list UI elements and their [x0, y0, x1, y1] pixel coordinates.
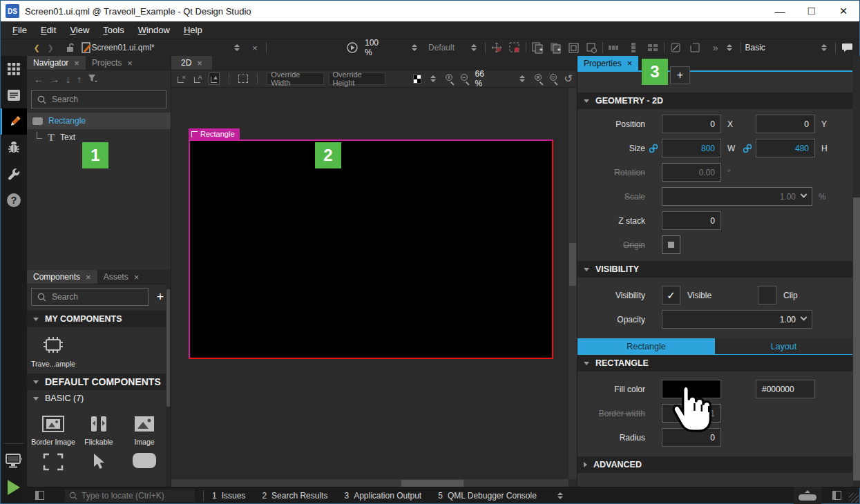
- no-snapping-icon[interactable]: ×: [175, 72, 187, 85]
- show-bounds-icon[interactable]: [238, 75, 248, 83]
- component-mouse-area[interactable]: [77, 450, 121, 474]
- reset-view-icon[interactable]: ↺: [564, 72, 573, 85]
- design-mode-button[interactable]: [1, 108, 27, 135]
- locator-input[interactable]: Type to locate (Ctrl+K): [65, 490, 195, 502]
- file-selector-spinner[interactable]: [230, 41, 244, 55]
- move-anchor-icon[interactable]: [490, 41, 504, 55]
- tab-2d[interactable]: 2D ×: [171, 56, 212, 70]
- current-file-name[interactable]: Screen01.ui.qml*: [97, 41, 149, 55]
- help-mode-button[interactable]: ?: [1, 187, 27, 213]
- subtab-rectangle[interactable]: Rectangle: [577, 338, 715, 354]
- grid-layout-icon[interactable]: [646, 41, 660, 55]
- tab-navigator[interactable]: Navigator ×: [27, 56, 86, 70]
- move-up-icon[interactable]: ↑: [77, 74, 82, 85]
- build-progress-icon[interactable]: [794, 487, 821, 504]
- zoom-fit-icon[interactable]: ⁘: [549, 73, 560, 84]
- section-my-components[interactable]: MY COMPONENTS: [27, 311, 171, 327]
- tab-properties[interactable]: Properties ×: [577, 56, 638, 70]
- maximize-button[interactable]: □: [796, 1, 828, 21]
- menu-view[interactable]: View: [64, 22, 95, 38]
- section-advanced[interactable]: ADVANCED: [577, 456, 852, 473]
- section-visibility[interactable]: VISIBILITY: [577, 261, 852, 278]
- output-pane-spinner[interactable]: [553, 489, 567, 503]
- zstack-input[interactable]: 0: [662, 211, 721, 230]
- annotation-edit-icon[interactable]: [669, 41, 682, 55]
- canvas-zoom-spinner[interactable]: [515, 72, 529, 86]
- rotation-input[interactable]: 0.00: [662, 163, 721, 182]
- menu-help[interactable]: Help: [178, 22, 209, 38]
- properties-scrollbar[interactable]: [852, 56, 860, 488]
- output-pane-qml-debugger[interactable]: 5QML Debugger Console: [438, 491, 537, 501]
- canvas-vscrollbar[interactable]: [568, 88, 577, 479]
- override-height-input[interactable]: Override Height: [329, 72, 385, 85]
- edit-mode-button[interactable]: [1, 82, 27, 108]
- visible-checkbox[interactable]: ✓: [662, 286, 680, 304]
- create-component-icon[interactable]: ★: [531, 41, 544, 55]
- forward-icon[interactable]: ❯: [44, 41, 57, 55]
- export-icon[interactable]: [688, 41, 702, 55]
- toggle-left-sidebar-icon[interactable]: [35, 491, 44, 500]
- size-w-input[interactable]: 800: [662, 139, 721, 157]
- row-layout-icon[interactable]: [607, 41, 621, 55]
- lock-icon[interactable]: [63, 41, 77, 55]
- close-tab-icon[interactable]: ×: [74, 58, 79, 68]
- selection-rect-icon[interactable]: [508, 41, 522, 55]
- output-pane-issues[interactable]: 1Issues: [212, 491, 245, 501]
- run-preview-icon[interactable]: [345, 41, 359, 55]
- close-tab-icon[interactable]: ×: [197, 58, 202, 68]
- selected-item-tag[interactable]: Rectangle: [189, 128, 240, 139]
- close-tab-icon[interactable]: ×: [627, 58, 633, 68]
- section-rectangle[interactable]: RECTANGLE: [577, 355, 852, 371]
- background-spinner[interactable]: [426, 72, 440, 86]
- component-flickable[interactable]: Flickable: [77, 412, 121, 449]
- origin-button[interactable]: [662, 235, 680, 254]
- canvas-rectangle-item[interactable]: [189, 139, 553, 359]
- toggle-right-sidebar-icon[interactable]: [832, 491, 841, 500]
- move-down-icon[interactable]: ↓: [66, 74, 70, 85]
- clip-checkbox[interactable]: [758, 286, 776, 304]
- size-h-input[interactable]: 480: [756, 139, 815, 157]
- menu-edit[interactable]: Edit: [35, 22, 62, 38]
- bind-width-icon[interactable]: [645, 144, 662, 153]
- edit-component-icon[interactable]: [566, 41, 580, 55]
- zoom-selection-icon[interactable]: ×: [534, 73, 544, 84]
- zoom-in-icon[interactable]: +: [445, 73, 455, 84]
- component-travel-example[interactable]: Trave...ample: [31, 333, 75, 371]
- chevron-down-icon[interactable]: [801, 314, 808, 321]
- chevron-down-icon[interactable]: [801, 191, 808, 198]
- workspace-spinner-left[interactable]: [723, 41, 736, 55]
- annotation-bubble-icon[interactable]: [840, 41, 854, 55]
- toolbar-overflow[interactable]: »: [709, 41, 723, 55]
- welcome-mode-button[interactable]: [1, 56, 27, 82]
- position-y-input[interactable]: 0: [756, 115, 815, 133]
- tab-projects[interactable]: Projects ×: [86, 56, 139, 70]
- section-geometry-2d[interactable]: GEOMETRY - 2D: [577, 93, 852, 109]
- resize-grip[interactable]: [849, 493, 859, 503]
- snapping-anchors-icon[interactable]: A: [192, 72, 204, 85]
- component-image[interactable]: Image: [122, 412, 166, 449]
- navigator-search-input[interactable]: Search: [31, 90, 166, 108]
- close-tab-icon[interactable]: ×: [86, 272, 91, 282]
- style-selector[interactable]: Default: [431, 41, 452, 55]
- projects-tools-button[interactable]: [1, 161, 27, 187]
- close-button[interactable]: ×: [828, 1, 859, 21]
- component-rectangle[interactable]: [122, 450, 166, 474]
- filter-icon[interactable]: [88, 74, 97, 85]
- close-tab-icon[interactable]: ×: [134, 272, 140, 282]
- section-default-components[interactable]: DEFAULT COMPONENTS: [27, 374, 171, 390]
- output-pane-search-results[interactable]: 2Search Results: [262, 491, 327, 501]
- style-spinner[interactable]: [467, 41, 481, 55]
- component-item[interactable]: [31, 450, 75, 474]
- run-button[interactable]: [1, 474, 27, 501]
- subtab-layout[interactable]: Layout: [715, 338, 852, 354]
- components-scrollbar[interactable]: [166, 270, 171, 488]
- section-basic[interactable]: BASIC (7): [27, 390, 171, 407]
- component-instance-icon[interactable]: ★: [548, 41, 562, 55]
- zoom-spinner[interactable]: [408, 41, 421, 55]
- workspace-selector[interactable]: Basic: [745, 41, 779, 55]
- bind-height-icon[interactable]: [739, 144, 756, 153]
- column-layout-icon[interactable]: [627, 41, 640, 55]
- tree-item-rectangle[interactable]: Rectangle: [27, 113, 171, 129]
- components-search-input[interactable]: Search: [31, 288, 149, 306]
- position-x-input[interactable]: 0: [662, 115, 721, 133]
